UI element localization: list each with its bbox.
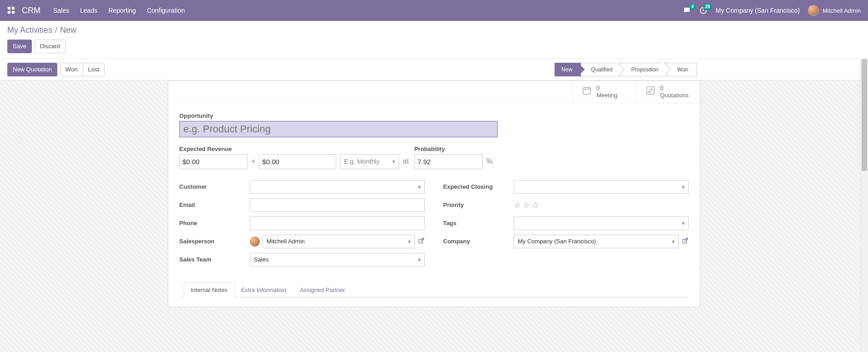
priority-stars[interactable]: ☆ ☆ ☆ [514,200,539,210]
company-value: My Company (San Francisco) [518,238,596,245]
stage-proposition[interactable]: Proposition [621,63,667,76]
chevron-down-icon: ▼ [417,184,422,189]
user-name-label: Mitchell Admin [823,7,861,14]
star-icon[interactable]: ☆ [532,200,539,210]
chevron-down-icon: ▼ [671,239,676,244]
stage-qualified[interactable]: Qualified [581,63,621,76]
top-navbar: CRM Sales Leads Reporting Configuration … [0,0,868,21]
expected-revenue-label: Expected Revenue [179,146,409,152]
nav-configuration[interactable]: Configuration [147,7,185,14]
meeting-label: Meeting [596,92,617,99]
recurring-plan-placeholder: E.g. Monthly [344,158,379,165]
won-button[interactable]: Won [60,63,83,76]
quotations-count: 0 [660,85,663,91]
discard-button[interactable]: Discard [35,40,66,53]
priority-label: Priority [443,201,514,208]
stage-won[interactable]: Won [667,63,697,76]
svg-rect-6 [647,87,655,95]
vertical-scrollbar[interactable] [860,59,868,352]
save-button[interactable]: Save [7,40,32,53]
probability-label: Probability [414,146,493,152]
form-tabs: Internal Notes Extra Information Assigne… [179,282,689,297]
phone-input[interactable] [250,216,425,230]
nav-menu: Sales Leads Reporting Configuration [53,7,185,14]
expected-closing-label: Expected Closing [443,183,514,190]
chevron-down-icon: ▼ [407,239,412,244]
star-icon[interactable]: ☆ [514,200,521,210]
svg-rect-0 [8,7,10,10]
svg-rect-1 [12,7,15,10]
nav-leads[interactable]: Leads [80,7,97,14]
user-menu[interactable]: Mitchell Admin [808,5,861,16]
messages-badge: 4 [689,4,696,10]
chevron-down-icon: ▼ [417,257,422,262]
nav-sales[interactable]: Sales [53,7,69,14]
company-switcher[interactable]: My Company (San Francisco) [716,7,800,14]
new-quotation-button[interactable]: New Quotation [7,63,57,76]
breadcrumb: My Activities / New [7,25,861,35]
calendar-icon [582,85,592,98]
expected-closing-input[interactable]: ▼ [514,180,689,194]
breadcrumb-current: New [60,25,76,35]
salesperson-label: Salesperson [179,238,250,245]
sales-team-label: Sales Team [179,256,250,263]
opportunity-label: Opportunity [179,112,689,119]
app-brand[interactable]: CRM [22,6,40,15]
email-label: Email [179,201,250,208]
stage-label: Qualified [591,66,612,73]
opportunity-input[interactable] [179,121,498,137]
stage-label: Proposition [631,66,658,73]
stage-label: Won [677,66,688,73]
sales-team-select[interactable]: Sales ▼ [250,253,425,267]
recurring-plan-select[interactable]: E.g. Monthly ▼ [340,154,399,169]
stage-label: New [561,66,572,73]
form-sheet: 0 Meeting 0 Quotations Opportunity [168,80,700,307]
external-link-icon[interactable] [681,237,689,246]
tab-internal-notes[interactable]: Internal Notes [184,282,234,297]
control-panel: My Activities / New Save Discard [0,21,868,59]
salesperson-select[interactable]: Mitchell Admin ▼ [262,235,415,248]
company-label: Company [443,238,514,245]
external-link-icon[interactable] [418,237,425,246]
customer-label: Customer [179,183,250,190]
percent-symbol: % [486,157,493,166]
company-select[interactable]: My Company (San Francisco) ▼ [514,235,679,248]
tab-extra-information[interactable]: Extra Information [234,282,293,297]
stat-button-quotations[interactable]: 0 Quotations [636,81,700,102]
stage-bar: New Qualified Proposition Won [555,63,697,76]
chevron-down-icon: ▼ [681,221,686,226]
plus-symbol: + [251,157,255,166]
at-symbol: at [403,157,409,166]
svg-rect-5 [583,88,591,95]
tags-label: Tags [443,220,514,226]
avatar [250,236,260,246]
svg-rect-2 [8,11,10,14]
svg-rect-3 [12,11,15,14]
expected-revenue-input[interactable] [179,154,247,169]
breadcrumb-separator: / [55,25,57,35]
chevron-down-icon: ▼ [681,184,686,189]
email-input[interactable] [250,198,425,212]
salesperson-value: Mitchell Admin [267,238,305,245]
stage-new[interactable]: New [555,63,581,76]
probability-input[interactable] [414,154,483,169]
meeting-count: 0 [596,85,600,91]
breadcrumb-link[interactable]: My Activities [7,25,52,35]
lost-button[interactable]: Lost [83,63,105,76]
nav-reporting[interactable]: Reporting [108,7,136,14]
activities-badge: 26 [703,4,712,10]
tab-assigned-partner[interactable]: Assigned Partner [293,282,352,297]
sales-team-value: Sales [254,256,269,263]
apps-icon[interactable] [7,6,15,15]
scrollbar-thumb[interactable] [862,59,867,171]
avatar [808,5,819,16]
messages-icon[interactable]: 4 [683,6,691,15]
customer-select[interactable]: ▼ [250,180,425,194]
recurring-revenue-input[interactable] [259,154,336,169]
star-icon[interactable]: ☆ [523,200,530,210]
activities-icon[interactable]: 26 [699,6,707,15]
status-bar: New Quotation Won Lost New Qualified Pro… [0,59,704,80]
tags-select[interactable]: ▼ [514,216,689,230]
chevron-down-icon: ▼ [391,159,396,164]
stat-button-meeting[interactable]: 0 Meeting [572,81,636,102]
